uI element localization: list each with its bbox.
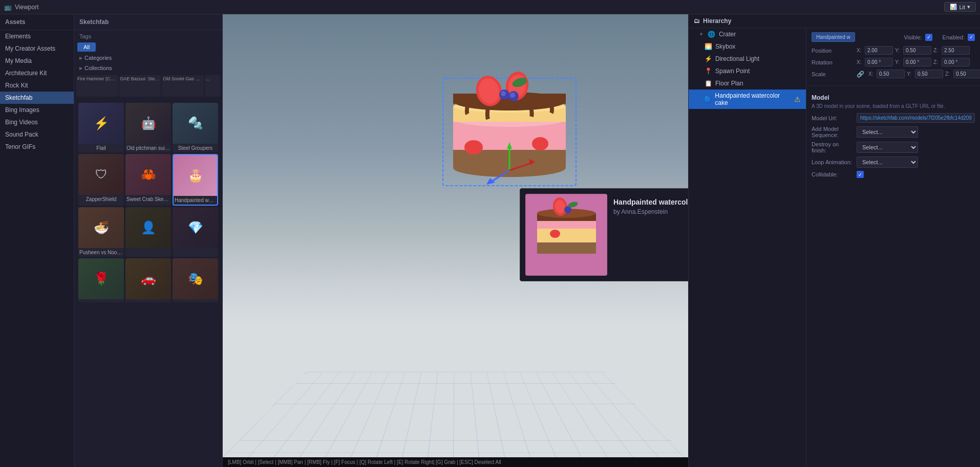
strip-item-1[interactable]: Fire Hammer (Cas...	[76, 75, 118, 97]
z-scale-input[interactable]	[953, 70, 980, 78]
svg-marker-25	[486, 178, 495, 185]
hierarchy-item-cake[interactable]: 🔵 Handpainted watercolor cake ⚠	[689, 90, 806, 109]
tooltip-info: Handpainted watercolor cake by Anna.Espe…	[613, 194, 688, 276]
collidable-row: Collidable: ✓	[812, 171, 975, 178]
tags-label: Tags	[74, 30, 222, 41]
model-section-title: Model	[812, 94, 975, 101]
sidebar-item-sketchfab[interactable]: Sketchfab	[0, 92, 74, 104]
x-scale-label: X:	[868, 71, 875, 77]
hierarchy-item-spawn-point[interactable]: 📍 Spawn Point	[689, 65, 806, 77]
y-scale-input[interactable]	[915, 70, 943, 78]
view-mode-button[interactable]: 📊 Lit ▾	[944, 2, 976, 12]
asset-cell-steel[interactable]: 🔩 Steel Groupers	[173, 103, 218, 152]
z-rotation-input[interactable]	[942, 58, 970, 66]
x-scale-input[interactable]	[877, 70, 905, 78]
scale-coords: 🔗 X: Y: Z:	[857, 70, 980, 78]
svg-rect-27	[537, 226, 596, 244]
x-rotation-input[interactable]	[865, 58, 893, 66]
asset-cell-row2-2[interactable]: 💎	[173, 207, 218, 257]
sidebar-item-bing-images[interactable]: Bing Images	[0, 104, 74, 116]
asset-img-pusheen: 🍜	[78, 207, 124, 248]
add-model-seq-row: Add Model Sequence: Select...	[812, 126, 975, 138]
asset-label-pusheen: Pusheen vs Noodle	[78, 248, 124, 257]
svg-point-35	[550, 230, 560, 238]
hierarchy-label-spawn-point: Spawn Point	[715, 68, 750, 75]
categories-expand[interactable]: Categories	[74, 53, 222, 63]
chart-icon: 📊	[950, 4, 957, 10]
viewport-grid	[223, 372, 688, 457]
loop-select[interactable]: Select...	[857, 157, 918, 168]
x-position-input[interactable]	[865, 46, 893, 55]
tooltip-title: Handpainted watercolor cake	[613, 198, 688, 206]
tag-filter-row: All	[74, 41, 222, 53]
asset-cell-pusheen[interactable]: 🍜 Pusheen vs Noodle	[78, 207, 124, 257]
hierarchy-item-directional-light[interactable]: ⚡ Directional Light	[689, 53, 806, 65]
asset-cell-pitchman[interactable]: 🤖 Old pitchman suit...	[125, 103, 171, 152]
asset-grid: ⚡ Flail 🤖 Old pitchman suit... 🔩 Steel G…	[76, 101, 220, 304]
strip-item-3[interactable]: Old Soviet Gas St...	[162, 75, 204, 97]
asset-cell-flail[interactable]: ⚡ Flail	[78, 103, 124, 152]
position-label: Position	[812, 48, 853, 54]
sidebar-item-architecture-kit[interactable]: Architecture Kit	[0, 67, 74, 79]
asset-cell-zapper[interactable]: 🛡 ZapperShield	[78, 154, 124, 206]
hierarchy-item-skybox[interactable]: 🌅 Skybox	[689, 40, 806, 53]
model-url-input[interactable]	[857, 113, 975, 123]
destroy-select[interactable]: Select...	[857, 142, 918, 153]
z-scale-label: Z:	[945, 71, 951, 77]
all-filter-button[interactable]: All	[77, 42, 96, 52]
asset-cell-row2-5[interactable]: 🎭	[173, 258, 218, 302]
visible-enabled-row: Handpainted w Visible: ✓ Enabled: ✓	[812, 32, 975, 42]
handpainted-btn-area: Handpainted w	[812, 32, 893, 42]
svg-rect-36	[537, 242, 596, 254]
sidebar-item-my-creator-assets[interactable]: My Creator Assets	[0, 42, 74, 55]
right-panel-inner: ▼ 🌐 Crater 🌅 Skybox ⚡ Directional Light …	[689, 28, 980, 467]
rotation-coords: X: Y: Z:	[857, 58, 970, 66]
asset-cell-crab[interactable]: 🦀 Sweet Crab Sketc...	[125, 154, 171, 206]
asset-img-steel: 🔩	[173, 103, 218, 144]
assets-header: Assets	[0, 14, 74, 30]
tooltip-image	[525, 194, 607, 276]
y-position-input[interactable]	[903, 46, 931, 55]
sidebar-item-rock-kit[interactable]: Rock Kit	[0, 79, 74, 92]
asset-label-steel: Steel Groupers	[173, 144, 218, 152]
sidebar-item-tenor-gifs[interactable]: Tenor GIFs	[0, 141, 74, 153]
model-section: Model A 3D model in your scene, loaded f…	[812, 94, 975, 178]
destroy-row: Destroy on finish: Select...	[812, 141, 975, 153]
sidebar-item-my-media[interactable]: My Media	[0, 55, 74, 67]
viewport-canvas[interactable]: Handpainted watercolor cake by Anna.Espe…	[223, 14, 688, 457]
z-position-input[interactable]	[942, 46, 970, 55]
hierarchy-label-cake: Handpainted watercolor cake	[715, 92, 791, 106]
strip-item-4[interactable]: ...	[205, 75, 220, 97]
viewport-label-area: 📺 Viewport	[4, 4, 38, 11]
collidable-checkbox[interactable]: ✓	[857, 171, 864, 178]
sidebar-item-bing-videos[interactable]: Bing Videos	[0, 116, 74, 128]
viewport-area: Handpainted watercolor cake by Anna.Espe…	[223, 14, 688, 467]
asset-label-row2-1	[125, 248, 171, 251]
asset-cell-row2-1[interactable]: 👤	[125, 207, 171, 257]
props-top: Handpainted w Visible: ✓ Enabled: ✓	[806, 28, 980, 86]
add-model-seq-label: Add Model Sequence:	[812, 126, 853, 138]
categories-label: Categories	[84, 55, 112, 61]
strip-item-2[interactable]: DAE Bazuur. Stee...	[119, 75, 161, 97]
visible-checkbox[interactable]: ✓	[925, 34, 932, 41]
asset-cell-cake[interactable]: 🎂 Handpainted wat...	[173, 154, 218, 206]
hierarchy-item-crater[interactable]: ▼ 🌐 Crater	[689, 28, 806, 40]
y-rotation-input[interactable]	[903, 58, 931, 66]
add-model-seq-select[interactable]: Select...	[857, 126, 918, 138]
hierarchy-item-floor-plan[interactable]: 📋 Floor Plan	[689, 77, 806, 90]
chevron-down-icon: ▾	[967, 4, 970, 10]
asset-cell-row2-4[interactable]: 🚗	[125, 258, 171, 302]
asset-img-crab: 🦀	[125, 154, 171, 195]
asset-cell-row2-3[interactable]: 🌹	[78, 258, 124, 302]
enabled-checkbox[interactable]: ✓	[968, 34, 975, 41]
asset-label-cake: Handpainted wat...	[174, 196, 217, 205]
enabled-item: Enabled: ✓	[943, 34, 975, 41]
visible-item: Visible: ✓	[904, 34, 932, 41]
view-mode-label: Lit	[959, 4, 965, 10]
sidebar-item-sound-pack[interactable]: Sound Pack	[0, 128, 74, 141]
collections-expand[interactable]: Collections	[74, 63, 222, 73]
rotation-row: Rotation X: Y: Z:	[812, 58, 975, 66]
handpainted-filter-button[interactable]: Handpainted w	[812, 32, 855, 42]
rotation-label: Rotation	[812, 59, 853, 65]
sidebar-item-elements[interactable]: Elements	[0, 30, 74, 42]
